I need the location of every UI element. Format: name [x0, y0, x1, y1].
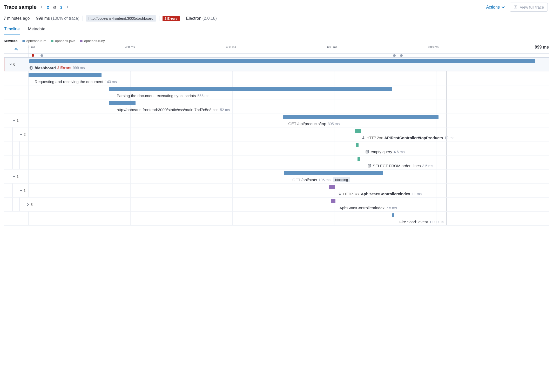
span-row[interactable]: 1GET /api/stats195 msblocking — [4, 170, 549, 184]
transaction-icon — [361, 136, 365, 140]
span-duration: 195 ms — [319, 178, 331, 182]
tree-cell — [4, 99, 29, 113]
legend-item: opbeans-java — [51, 39, 75, 43]
span-bar[interactable] — [355, 129, 361, 133]
span-row[interactable]: 3Api::StatsController#index7.5 ms — [4, 198, 549, 212]
span-error-badge[interactable]: 2 Errors — [57, 66, 71, 70]
meta-error-badge[interactable]: 2 Errors — [163, 16, 180, 21]
header-row: Trace sample 2 of 2 Actions View full tr… — [4, 3, 549, 12]
span-row[interactable]: 1HTTP 3xxApi::StatsController#index11 ms — [4, 184, 549, 198]
db-icon — [365, 150, 369, 154]
actions-label: Actions — [486, 5, 500, 10]
legend-dot — [80, 40, 83, 42]
services-label: Services — [4, 39, 18, 43]
tree-cell: 2 — [4, 127, 29, 141]
span-row[interactable]: empty query4.6 ms — [4, 141, 549, 156]
chevron-down-icon[interactable] — [12, 119, 16, 122]
meta-url-badge: http://opbeans-frontend:3000/dashboard — [86, 15, 156, 22]
minimap-marker[interactable] — [400, 54, 403, 57]
span-row[interactable]: 1GET /api/products/top305 ms — [4, 113, 549, 127]
tree-cell: 3 — [4, 198, 33, 211]
tree-cell — [4, 71, 29, 85]
next-sample-button[interactable] — [65, 5, 70, 9]
ruler-tick: 400 ms — [226, 45, 236, 53]
span-bar[interactable] — [358, 157, 360, 161]
span-chart-cell: http://opbeans-frontend:3000/static/css/… — [29, 99, 538, 113]
minimap-marker[interactable] — [41, 54, 43, 57]
page-total-link[interactable]: 2 — [59, 5, 63, 9]
tree-cell: 1 — [4, 170, 29, 183]
collapse-all-button[interactable] — [4, 45, 28, 54]
transaction-icon — [338, 192, 342, 196]
actions-dropdown[interactable]: Actions — [486, 5, 505, 10]
legend-dot — [51, 40, 53, 42]
minimap-marker[interactable] — [393, 54, 396, 57]
legend-name: opbeans-rum — [26, 39, 46, 43]
legend-name: opbeans-ruby — [84, 39, 105, 43]
page-title: Trace sample — [4, 4, 37, 10]
tab-timeline[interactable]: Timeline — [4, 24, 20, 35]
child-count: 1 — [17, 118, 19, 123]
span-row[interactable]: Parsing the document, executing sync. sc… — [4, 85, 549, 99]
document-icon — [514, 5, 518, 9]
span-label: HTTP 2xxAPIRestController#topProducts12 … — [361, 129, 538, 140]
chevron-down-icon[interactable] — [9, 63, 12, 66]
span-duration: 3.5 ms — [422, 164, 433, 168]
span-label: HTTP 3xxApi::StatsController#index11 ms — [338, 185, 538, 196]
chevron-down-icon[interactable] — [12, 175, 16, 178]
span-label: GET /api/stats195 msblocking — [292, 171, 538, 182]
chevron-down-icon[interactable] — [19, 133, 23, 136]
span-duration: 12 ms — [444, 136, 454, 140]
span-chart-cell: HTTP 3xxApi::StatsController#index11 ms — [29, 184, 538, 197]
child-count: 6 — [13, 62, 15, 66]
page-current-link[interactable]: 2 — [46, 5, 50, 9]
chevron-right-icon[interactable] — [26, 203, 30, 206]
services-legend: Services opbeans-rum opbeans-java opbean… — [4, 39, 549, 43]
tree-cell: 1 — [4, 184, 29, 197]
child-count: 3 — [31, 202, 33, 207]
collapse-icon — [14, 47, 18, 51]
ruler-tick: 600 ms — [327, 45, 337, 53]
span-name: GET /api/stats — [292, 178, 317, 182]
collapse-all-col — [4, 45, 29, 53]
span-chart-cell: Fire "load" event1,000 µs — [29, 212, 538, 225]
span-label: empty query4.6 ms — [365, 143, 538, 154]
span-duration: 11 ms — [412, 192, 422, 196]
globe-icon — [29, 66, 33, 70]
tree-cell: 1 — [4, 113, 29, 127]
chevron-down-icon[interactable] — [19, 189, 23, 192]
view-full-trace-button[interactable]: View full trace — [510, 3, 548, 12]
span-row[interactable]: 2HTTP 2xxAPIRestController#topProducts12… — [4, 127, 549, 141]
span-label: /dashboard2 Errors999 ms — [29, 59, 538, 70]
ruler-tick: 0 ms — [29, 45, 35, 53]
prev-sample-button[interactable] — [40, 5, 44, 9]
meta-time-ago: 7 minutes ago — [4, 16, 30, 21]
span-name: Api::StatsController#index — [340, 206, 385, 210]
view-full-label: View full trace — [520, 5, 544, 9]
span-label: SELECT FROM order_lines3.5 ms — [367, 157, 538, 168]
span-row[interactable]: http://opbeans-frontend:3000/static/css/… — [4, 99, 549, 113]
span-chart-cell: Requesting and receiving the document143… — [29, 71, 538, 85]
span-name: Parsing the document, executing sync. sc… — [117, 93, 196, 98]
span-name: Fire "load" event — [399, 220, 428, 224]
span-label: http://opbeans-frontend:3000/static/css/… — [117, 101, 538, 112]
meta-agent: Electron (2.0.18) — [186, 16, 217, 21]
span-chart-cell: HTTP 2xxAPIRestController#topProducts12 … — [29, 127, 538, 141]
span-bar[interactable] — [356, 143, 359, 147]
span-bar[interactable] — [331, 199, 335, 203]
tab-metadata[interactable]: Metadata — [28, 24, 46, 35]
span-name: Requesting and receiving the document — [35, 79, 103, 84]
span-bar[interactable] — [392, 213, 394, 217]
meta-separator — [183, 16, 183, 21]
span-duration: 305 ms — [328, 122, 340, 126]
span-row[interactable]: Requesting and receiving the document143… — [4, 71, 549, 85]
ruler-ticks: 0 ms 200 ms 400 ms 600 ms 800 ms — [29, 45, 535, 53]
minimap-error-marker[interactable] — [32, 54, 34, 57]
span-bar[interactable] — [329, 185, 335, 189]
span-row[interactable]: 6/dashboard2 Errors999 ms — [4, 57, 549, 71]
span-row[interactable]: SELECT FROM order_lines3.5 ms — [4, 156, 549, 170]
span-label: Fire "load" event1,000 µs — [399, 213, 538, 224]
span-duration: 143 ms — [105, 80, 117, 84]
child-count: 1 — [24, 188, 26, 193]
span-row[interactable]: Fire "load" event1,000 µs — [4, 212, 549, 226]
